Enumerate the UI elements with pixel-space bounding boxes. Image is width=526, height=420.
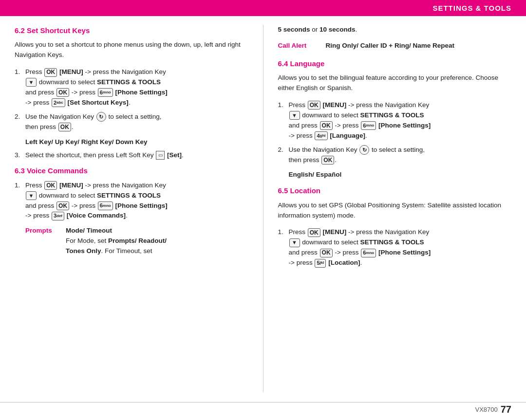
ok-key-icon: OK [44,68,57,77]
6mno-key-icon: 6mno [98,88,113,97]
ok-key-icon2: OK [56,88,69,97]
prompts-label: Prompts [25,226,57,256]
voice-commands-label: [Voice Commands] [67,212,126,219]
step-num: 1. [15,67,25,108]
6mno-key-6-4: 6mno [361,121,376,130]
step-content: Press OK [MENU] -> press the Navigation … [25,67,248,108]
nav-circle-icon: ↻ [96,112,106,122]
timeout-continuation: 5 seconds or 10 seconds. [278,25,512,35]
header-title: SETTINGS & TOOLS [432,4,511,12]
set-label: [Set] [167,151,182,159]
5-seconds-label: 5 seconds [278,26,310,33]
settings-tools-6-5: SETTINGS & TOOLS [360,238,424,246]
step-content-3: Select the shortcut, then press Left Sof… [25,150,248,161]
call-alert-value: Ring Only/ Caller ID + Ring/ Name Repeat [326,41,454,51]
step-num-2: 2. [15,112,25,132]
3def-key-6-3: 3def [52,212,64,220]
ok-key-6-4-2: OK [320,121,333,130]
section-6-2: 6.2 Set Shortcut Keys Allows you to set … [15,25,248,160]
right-column: 5 seconds or 10 seconds. Call Alert Ring… [278,25,512,392]
ok-key-6-4-3: OK [321,156,334,164]
section-6-4: 6.4 Language Allows you to set the bilin… [278,58,512,181]
call-alert-label: Call Alert [278,41,317,51]
ok-key-6-4: OK [308,101,320,110]
footer: VX8700 77 [475,404,511,415]
step-num-6-4-2: 2. [278,145,289,165]
prompts-bold: Prompts/ Readout/Tones Only [66,237,167,255]
phone-settings-6-3: [Phone Settings] [115,202,167,209]
settings-tools-label: SETTINGS & TOOLS [97,78,161,86]
menu-label-6-4: [MENU] [323,101,347,109]
step-num-6-5-1: 1. [278,227,289,268]
section-6-2-title: 6.2 Set Shortcut Keys [15,25,248,36]
nav-down-icon: ▼ [26,78,37,87]
section-6-2-intro: Allows you to set a shortcut to phone me… [15,40,248,60]
section-6-3-title: 6.3 Voice Commands [15,165,248,176]
ok-key-icon3: OK [58,123,71,131]
section-6-3: 6.3 Voice Commands 1. Press OK [MENU] ->… [15,165,248,256]
step-6-2-3: 3. Select the shortcut, then press Left … [15,150,248,161]
settings-tools-6-3: SETTINGS & TOOLS [97,192,161,199]
step-content-6-5-1: Press OK [MENU] -> press the Navigation … [289,227,512,268]
call-alert-row: Call Alert Ring Only/ Caller ID + Ring/ … [278,41,512,51]
set-shortcut-label: [Set Shortcut Keys] [68,99,129,106]
menu-label-6-5: [MENU] [323,228,347,236]
header-bar: SETTINGS & TOOLS [0,0,526,16]
step-num-3: 3. [15,150,25,161]
2abc-key-icon: 2abc [52,98,65,107]
step-6-3-1: 1. Press OK [MENU] -> press the Navigati… [15,181,248,221]
step-6-5-1: 1. Press OK [MENU] -> press the Navigati… [278,227,512,268]
6mno-key-6-3: 6mno [98,201,113,210]
key-options-6-2: Left Key/ Up Key/ Right Key/ Down Key [25,137,248,147]
step-num-6-3-1: 1. [15,181,25,221]
nav-down-6-4: ▼ [289,111,300,120]
left-column: 6.2 Set Shortcut Keys Allows you to set … [15,25,248,392]
step-content-6-3-1: Press OK [MENU] -> press the Navigation … [25,181,248,221]
ok-key-6-3: OK [44,181,57,190]
4ghi-key-6-4: 4ghi [315,131,327,140]
nav-down-6-5: ▼ [289,238,300,247]
location-label: [Location] [328,259,360,266]
section-6-5-intro: Allows you to set GPS (Global Positionin… [278,201,512,221]
step-6-2-1: 1. Press OK [MENU] -> press the Navigati… [15,67,248,108]
step-6-4-2: 2. Use the Navigation Key ↻ to select a … [278,145,512,165]
footer-divider [0,402,526,402]
section-6-5-steps: 1. Press OK [MENU] -> press the Navigati… [278,227,512,268]
settings-tools-6-4: SETTINGS & TOOLS [360,111,424,119]
col-divider [263,25,263,392]
6mno-key-6-5: 6mno [361,249,376,257]
ok-key-6-5: OK [308,228,320,237]
step-content-2: Use the Navigation Key ↻ to select a set… [25,112,248,132]
10-seconds-label: 10 seconds [319,26,356,33]
soft-key-icon: ▭ [156,151,165,160]
step-6-2-3-list: 3. Select the shortcut, then press Left … [15,150,248,161]
nav-circle-6-4: ↻ [359,145,369,155]
section-6-4-intro: Allows you to set the bilingual feature … [278,73,512,93]
section-6-5: 6.5 Location Allows you to set GPS (Glob… [278,185,512,268]
5jkl-key-6-5: 5jkl [315,259,326,268]
prompts-row: Prompts Mode/ Timeout For Mode, set Prom… [25,226,248,256]
footer-page: 77 [501,404,511,415]
section-6-4-title: 6.4 Language [278,58,512,69]
language-label: [Language] [330,132,365,139]
section-6-3-steps: 1. Press OK [MENU] -> press the Navigati… [15,181,248,221]
prompts-mode-label: Mode/ Timeout [66,227,112,234]
ok-key-6-5-2: OK [320,249,333,257]
key-options-6-4: English/ Español [289,170,512,180]
step-6-4-1: 1. Press OK [MENU] -> press the Navigati… [278,100,512,141]
ok-key-6-3-2: OK [56,201,69,210]
step-6-2-2: 2. Use the Navigation Key ↻ to select a … [15,112,248,132]
phone-settings-6-4: [Phone Settings] [378,122,431,129]
step-content-6-4-2: Use the Navigation Key ↻ to select a set… [289,145,512,165]
step-content-6-4-1: Press OK [MENU] -> press the Navigation … [289,100,512,141]
section-6-2-steps: 1. Press OK [MENU] -> press the Navigati… [15,67,248,132]
phone-settings-6-5: [Phone Settings] [378,249,431,256]
footer-model: VX8700 [475,406,497,413]
prompts-content: Mode/ Timeout For Mode, set Prompts/ Rea… [66,226,167,256]
section-6-4-steps: 1. Press OK [MENU] -> press the Navigati… [278,100,512,165]
nav-down-6-3: ▼ [26,191,37,200]
main-content: 6.2 Set Shortcut Keys Allows you to set … [0,16,526,397]
section-6-5-title: 6.5 Location [278,185,512,196]
phone-settings-label: [Phone Settings] [115,89,167,96]
step-num-6-4-1: 1. [278,100,289,141]
